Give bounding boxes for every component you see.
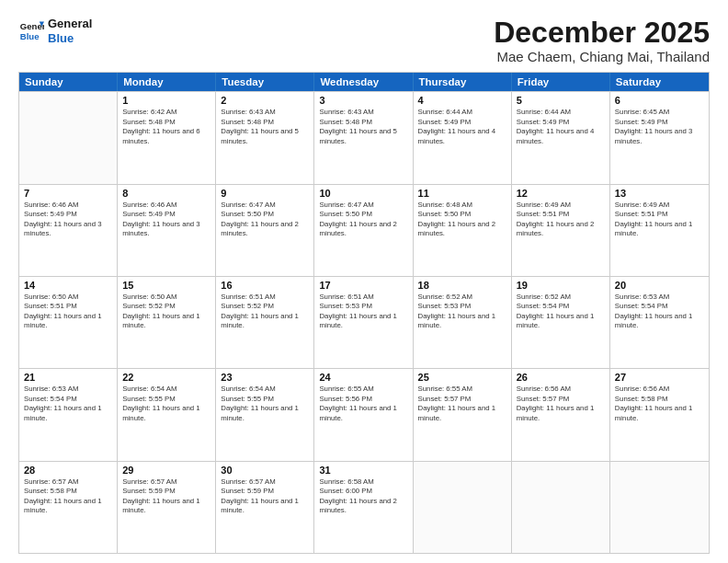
day-number: 4 — [418, 95, 506, 106]
svg-text:Blue: Blue — [20, 30, 40, 40]
calendar-row: 28Sunrise: 6:57 AM Sunset: 5:58 PM Dayli… — [19, 461, 709, 553]
calendar-cell — [610, 462, 709, 553]
cell-info: Sunrise: 6:45 AM Sunset: 5:49 PM Dayligh… — [615, 108, 704, 146]
cell-info: Sunrise: 6:43 AM Sunset: 5:48 PM Dayligh… — [221, 108, 309, 146]
cell-info: Sunrise: 6:51 AM Sunset: 5:53 PM Dayligh… — [319, 293, 407, 331]
calendar-cell: 26Sunrise: 6:56 AM Sunset: 5:57 PM Dayli… — [512, 369, 610, 460]
cell-info: Sunrise: 6:44 AM Sunset: 5:49 PM Dayligh… — [517, 108, 605, 146]
cell-info: Sunrise: 6:47 AM Sunset: 5:50 PM Dayligh… — [221, 201, 309, 239]
calendar-row: 7Sunrise: 6:46 AM Sunset: 5:49 PM Daylig… — [19, 184, 709, 276]
cell-info: Sunrise: 6:48 AM Sunset: 5:50 PM Dayligh… — [418, 201, 506, 239]
calendar-header: SundayMondayTuesdayWednesdayThursdayFrid… — [19, 73, 709, 91]
calendar-cell: 8Sunrise: 6:46 AM Sunset: 5:49 PM Daylig… — [118, 185, 216, 276]
cell-info: Sunrise: 6:57 AM Sunset: 5:59 PM Dayligh… — [122, 477, 210, 516]
day-number: 30 — [221, 465, 309, 476]
calendar-cell: 17Sunrise: 6:51 AM Sunset: 5:53 PM Dayli… — [314, 277, 413, 368]
day-number: 23 — [221, 372, 309, 383]
calendar-cell: 28Sunrise: 6:57 AM Sunset: 5:58 PM Dayli… — [19, 462, 118, 553]
calendar-cell: 30Sunrise: 6:57 AM Sunset: 5:59 PM Dayli… — [216, 462, 314, 553]
calendar-cell: 19Sunrise: 6:52 AM Sunset: 5:54 PM Dayli… — [512, 277, 610, 368]
calendar-cell: 6Sunrise: 6:45 AM Sunset: 5:49 PM Daylig… — [610, 92, 709, 183]
calendar-cell: 14Sunrise: 6:50 AM Sunset: 5:51 PM Dayli… — [19, 277, 118, 368]
calendar-cell: 7Sunrise: 6:46 AM Sunset: 5:49 PM Daylig… — [19, 185, 118, 276]
day-number: 6 — [615, 95, 704, 106]
calendar-cell — [19, 92, 118, 183]
calendar-cell: 10Sunrise: 6:47 AM Sunset: 5:50 PM Dayli… — [314, 185, 413, 276]
weekday-header: Saturday — [610, 73, 709, 91]
weekday-header: Friday — [512, 73, 610, 91]
calendar-cell: 27Sunrise: 6:56 AM Sunset: 5:58 PM Dayli… — [610, 369, 709, 460]
calendar-cell: 21Sunrise: 6:53 AM Sunset: 5:54 PM Dayli… — [19, 369, 118, 460]
day-number: 12 — [517, 188, 605, 199]
calendar-cell: 25Sunrise: 6:55 AM Sunset: 5:57 PM Dayli… — [414, 369, 512, 460]
cell-info: Sunrise: 6:43 AM Sunset: 5:48 PM Dayligh… — [319, 108, 407, 146]
calendar-cell: 22Sunrise: 6:54 AM Sunset: 5:55 PM Dayli… — [118, 369, 216, 460]
calendar-cell: 20Sunrise: 6:53 AM Sunset: 5:54 PM Dayli… — [610, 277, 709, 368]
day-number: 20 — [615, 280, 704, 291]
calendar-cell: 3Sunrise: 6:43 AM Sunset: 5:48 PM Daylig… — [314, 92, 413, 183]
header: General Blue General Blue December 2025 … — [18, 17, 710, 64]
calendar-row: 1Sunrise: 6:42 AM Sunset: 5:48 PM Daylig… — [19, 91, 709, 183]
cell-info: Sunrise: 6:46 AM Sunset: 5:49 PM Dayligh… — [24, 201, 112, 239]
location-title: Mae Chaem, Chiang Mai, Thailand — [494, 49, 710, 64]
weekday-header: Sunday — [19, 73, 118, 91]
day-number: 7 — [24, 188, 112, 199]
logo: General Blue General Blue — [18, 17, 92, 45]
cell-info: Sunrise: 6:44 AM Sunset: 5:49 PM Dayligh… — [418, 108, 506, 146]
calendar-row: 14Sunrise: 6:50 AM Sunset: 5:51 PM Dayli… — [19, 276, 709, 368]
day-number: 25 — [418, 372, 506, 383]
day-number: 18 — [418, 280, 506, 291]
calendar: SundayMondayTuesdayWednesdayThursdayFrid… — [18, 72, 710, 554]
cell-info: Sunrise: 6:46 AM Sunset: 5:49 PM Dayligh… — [122, 201, 210, 239]
weekday-header: Tuesday — [216, 73, 314, 91]
calendar-cell: 16Sunrise: 6:51 AM Sunset: 5:52 PM Dayli… — [216, 277, 314, 368]
calendar-row: 21Sunrise: 6:53 AM Sunset: 5:54 PM Dayli… — [19, 368, 709, 460]
day-number: 5 — [517, 95, 605, 106]
cell-info: Sunrise: 6:50 AM Sunset: 5:51 PM Dayligh… — [24, 293, 112, 331]
logo-text: General Blue — [48, 17, 92, 45]
calendar-cell: 23Sunrise: 6:54 AM Sunset: 5:55 PM Dayli… — [216, 369, 314, 460]
cell-info: Sunrise: 6:49 AM Sunset: 5:51 PM Dayligh… — [615, 201, 704, 239]
day-number: 9 — [221, 188, 309, 199]
calendar-cell: 18Sunrise: 6:52 AM Sunset: 5:53 PM Dayli… — [414, 277, 512, 368]
cell-info: Sunrise: 6:51 AM Sunset: 5:52 PM Dayligh… — [221, 293, 309, 331]
day-number: 17 — [319, 280, 407, 291]
weekday-header: Wednesday — [314, 73, 413, 91]
cell-info: Sunrise: 6:47 AM Sunset: 5:50 PM Dayligh… — [319, 201, 407, 239]
day-number: 10 — [319, 188, 407, 199]
page: General Blue General Blue December 2025 … — [0, 0, 728, 563]
day-number: 8 — [122, 188, 210, 199]
cell-info: Sunrise: 6:53 AM Sunset: 5:54 PM Dayligh… — [24, 385, 112, 423]
day-number: 24 — [319, 372, 407, 383]
day-number: 15 — [122, 280, 210, 291]
calendar-cell: 9Sunrise: 6:47 AM Sunset: 5:50 PM Daylig… — [216, 185, 314, 276]
cell-info: Sunrise: 6:53 AM Sunset: 5:54 PM Dayligh… — [615, 293, 704, 331]
calendar-cell — [512, 462, 610, 553]
cell-info: Sunrise: 6:52 AM Sunset: 5:54 PM Dayligh… — [517, 293, 605, 331]
calendar-cell: 24Sunrise: 6:55 AM Sunset: 5:56 PM Dayli… — [314, 369, 413, 460]
day-number: 16 — [221, 280, 309, 291]
cell-info: Sunrise: 6:54 AM Sunset: 5:55 PM Dayligh… — [221, 385, 309, 423]
cell-info: Sunrise: 6:55 AM Sunset: 5:56 PM Dayligh… — [319, 385, 407, 423]
day-number: 28 — [24, 465, 112, 476]
month-title: December 2025 — [494, 17, 710, 49]
calendar-cell: 31Sunrise: 6:58 AM Sunset: 6:00 PM Dayli… — [314, 462, 413, 553]
day-number: 27 — [615, 372, 704, 383]
cell-info: Sunrise: 6:58 AM Sunset: 6:00 PM Dayligh… — [319, 477, 407, 516]
calendar-cell: 1Sunrise: 6:42 AM Sunset: 5:48 PM Daylig… — [118, 92, 216, 183]
day-number: 21 — [24, 372, 112, 383]
day-number: 22 — [122, 372, 210, 383]
cell-info: Sunrise: 6:52 AM Sunset: 5:53 PM Dayligh… — [418, 293, 506, 331]
calendar-cell: 4Sunrise: 6:44 AM Sunset: 5:49 PM Daylig… — [414, 92, 512, 183]
day-number: 19 — [517, 280, 605, 291]
day-number: 13 — [615, 188, 704, 199]
logo-icon: General Blue — [18, 18, 44, 44]
day-number: 2 — [221, 95, 309, 106]
calendar-cell: 5Sunrise: 6:44 AM Sunset: 5:49 PM Daylig… — [512, 92, 610, 183]
calendar-cell: 11Sunrise: 6:48 AM Sunset: 5:50 PM Dayli… — [414, 185, 512, 276]
calendar-body: 1Sunrise: 6:42 AM Sunset: 5:48 PM Daylig… — [19, 91, 709, 553]
day-number: 3 — [319, 95, 407, 106]
calendar-cell: 15Sunrise: 6:50 AM Sunset: 5:52 PM Dayli… — [118, 277, 216, 368]
day-number: 1 — [122, 95, 210, 106]
calendar-cell — [414, 462, 512, 553]
